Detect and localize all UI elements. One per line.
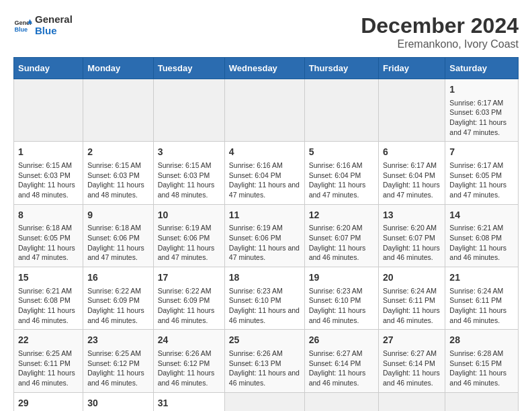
calendar-cell: 26 Sunrise: 6:27 AM Sunset: 6:14 PM Dayl… — [304, 330, 378, 392]
sunset-info: Sunset: 6:04 PM — [229, 171, 300, 181]
daylight-info: Daylight: 11 hours and 46 minutes. — [87, 368, 149, 387]
day-number: 2 — [87, 146, 149, 159]
day-number: 5 — [309, 146, 374, 159]
calendar-cell: 21 Sunrise: 6:24 AM Sunset: 6:11 PM Dayl… — [445, 267, 519, 330]
day-number: 31 — [158, 397, 220, 410]
calendar-cell: 19 Sunrise: 6:23 AM Sunset: 6:10 PM Dayl… — [304, 267, 378, 330]
daylight-info: Daylight: 11 hours and 47 minutes. — [158, 243, 220, 263]
sunrise-info: Sunrise: 6:26 AM — [229, 349, 300, 359]
sunset-info: Sunset: 6:08 PM — [18, 295, 79, 306]
sunset-info: Sunset: 6:07 PM — [309, 233, 374, 243]
sunrise-info: Sunrise: 6:24 AM — [383, 286, 441, 296]
daylight-info: Daylight: 11 hours and 47 minutes. — [449, 180, 514, 199]
day-number: 16 — [87, 271, 149, 285]
day-number: 7 — [449, 146, 514, 159]
calendar-title: December 2024 — [361, 13, 519, 38]
daylight-info: Daylight: 11 hours and 47 minutes. — [449, 118, 514, 137]
title-section: December 2024 Eremankono, Ivory Coast — [361, 13, 519, 50]
calendar-cell: 9 Sunrise: 6:18 AM Sunset: 6:06 PM Dayli… — [83, 204, 154, 267]
sunrise-info: Sunrise: 6:21 AM — [18, 286, 79, 296]
daylight-info: Daylight: 11 hours and 46 minutes. — [18, 306, 79, 325]
sunrise-info: Sunrise: 6:18 AM — [18, 223, 79, 233]
calendar-cell: 18 Sunrise: 6:23 AM Sunset: 6:10 PM Dayl… — [224, 267, 304, 330]
daylight-info: Daylight: 11 hours and 46 minutes. — [383, 243, 441, 263]
day-number: 23 — [87, 334, 149, 347]
sunset-info: Sunset: 6:03 PM — [449, 107, 514, 118]
sunset-info: Sunset: 6:11 PM — [449, 295, 514, 306]
daylight-info: Daylight: 11 hours and 46 minutes. — [449, 306, 514, 325]
sunset-info: Sunset: 6:03 PM — [87, 171, 149, 181]
sunset-info: Sunset: 6:06 PM — [229, 233, 300, 243]
day-number: 25 — [229, 334, 300, 347]
svg-text:Blue: Blue — [14, 26, 28, 33]
sunset-info: Sunset: 6:06 PM — [87, 233, 149, 243]
calendar-cell — [304, 392, 378, 411]
sunrise-info: Sunrise: 6:26 AM — [158, 349, 220, 359]
sunset-info: Sunset: 6:05 PM — [18, 233, 79, 243]
calendar-cell: 28 Sunrise: 6:28 AM Sunset: 6:15 PM Dayl… — [445, 330, 519, 392]
calendar-cell: 25 Sunrise: 6:26 AM Sunset: 6:13 PM Dayl… — [224, 330, 304, 392]
day-number: 26 — [309, 334, 374, 347]
day-number: 11 — [229, 209, 300, 222]
sunrise-info: Sunrise: 6:22 AM — [87, 286, 149, 296]
calendar-cell: 24 Sunrise: 6:26 AM Sunset: 6:12 PM Dayl… — [153, 330, 224, 392]
day-number: 13 — [383, 209, 441, 222]
sunrise-info: Sunrise: 6:27 AM — [309, 349, 374, 359]
sunrise-info: Sunrise: 6:22 AM — [158, 286, 220, 296]
day-number: 19 — [309, 271, 374, 285]
calendar-header: SundayMondayTuesdayWednesdayThursdayFrid… — [14, 58, 519, 79]
day-number: 17 — [158, 271, 220, 285]
day-number: 24 — [158, 334, 220, 347]
daylight-info: Daylight: 11 hours and 47 minutes. — [18, 243, 79, 263]
page-header: General Blue General Blue December 2024 … — [13, 13, 519, 50]
calendar-cell: 7 Sunrise: 6:17 AM Sunset: 6:05 PM Dayli… — [445, 142, 519, 204]
sunrise-info: Sunrise: 6:15 AM — [87, 161, 149, 171]
calendar-cell: 14 Sunrise: 6:21 AM Sunset: 6:08 PM Dayl… — [445, 204, 519, 267]
calendar-cell — [224, 392, 304, 411]
calendar-body: 1 Sunrise: 6:17 AM Sunset: 6:03 PM Dayli… — [14, 79, 519, 412]
sunrise-info: Sunrise: 6:24 AM — [449, 286, 514, 296]
header-thursday: Thursday — [304, 58, 378, 79]
calendar-cell: 16 Sunrise: 6:22 AM Sunset: 6:09 PM Dayl… — [83, 267, 154, 330]
week-row-3: 8 Sunrise: 6:18 AM Sunset: 6:05 PM Dayli… — [14, 204, 519, 267]
logo-line1: General — [35, 13, 73, 25]
daylight-info: Daylight: 11 hours and 47 minutes. — [383, 180, 441, 199]
daylight-info: Daylight: 11 hours and 46 minutes. — [383, 368, 441, 387]
calendar-cell — [224, 79, 304, 142]
sunset-info: Sunset: 6:03 PM — [158, 171, 220, 181]
daylight-info: Daylight: 11 hours and 46 minutes. — [449, 368, 514, 387]
calendar-cell — [83, 79, 154, 142]
calendar-cell: 31 Sunrise: 6:29 AM Sunset: 6:16 PM Dayl… — [153, 392, 224, 411]
sunrise-info: Sunrise: 6:17 AM — [449, 98, 514, 108]
sunrise-info: Sunrise: 6:20 AM — [309, 223, 374, 233]
sunrise-info: Sunrise: 6:16 AM — [229, 161, 300, 171]
sunset-info: Sunset: 6:09 PM — [158, 295, 220, 306]
calendar-cell: 2 Sunrise: 6:15 AM Sunset: 6:03 PM Dayli… — [83, 142, 154, 204]
calendar-cell: 1 Sunrise: 6:17 AM Sunset: 6:03 PM Dayli… — [445, 79, 519, 142]
sunset-info: Sunset: 6:03 PM — [18, 171, 79, 181]
header-saturday: Saturday — [445, 58, 519, 79]
logo-icon: General Blue — [13, 15, 32, 34]
week-row-2: 1 Sunrise: 6:15 AM Sunset: 6:03 PM Dayli… — [14, 142, 519, 204]
calendar-cell: 27 Sunrise: 6:27 AM Sunset: 6:14 PM Dayl… — [379, 330, 445, 392]
daylight-info: Daylight: 11 hours and 48 minutes. — [87, 180, 149, 199]
day-number: 21 — [449, 271, 514, 285]
sunset-info: Sunset: 6:10 PM — [309, 295, 374, 306]
daylight-info: Daylight: 11 hours and 47 minutes. — [87, 243, 149, 263]
sunset-info: Sunset: 6:14 PM — [383, 359, 441, 369]
day-number: 29 — [18, 397, 79, 410]
calendar-cell: 11 Sunrise: 6:19 AM Sunset: 6:06 PM Dayl… — [224, 204, 304, 267]
calendar-cell: 23 Sunrise: 6:25 AM Sunset: 6:12 PM Dayl… — [83, 330, 154, 392]
calendar-cell — [379, 79, 445, 142]
sunrise-info: Sunrise: 6:18 AM — [87, 223, 149, 233]
sunset-info: Sunset: 6:08 PM — [449, 233, 514, 243]
sunset-info: Sunset: 6:11 PM — [383, 295, 441, 306]
sunrise-info: Sunrise: 6:25 AM — [87, 349, 149, 359]
header-wednesday: Wednesday — [224, 58, 304, 79]
sunrise-info: Sunrise: 6:17 AM — [449, 161, 514, 171]
sunset-info: Sunset: 6:07 PM — [383, 233, 441, 243]
calendar-table: SundayMondayTuesdayWednesdayThursdayFrid… — [13, 57, 519, 411]
sunset-info: Sunset: 6:04 PM — [383, 171, 441, 181]
day-number: 30 — [87, 397, 149, 410]
week-row-5: 22 Sunrise: 6:25 AM Sunset: 6:11 PM Dayl… — [14, 330, 519, 392]
